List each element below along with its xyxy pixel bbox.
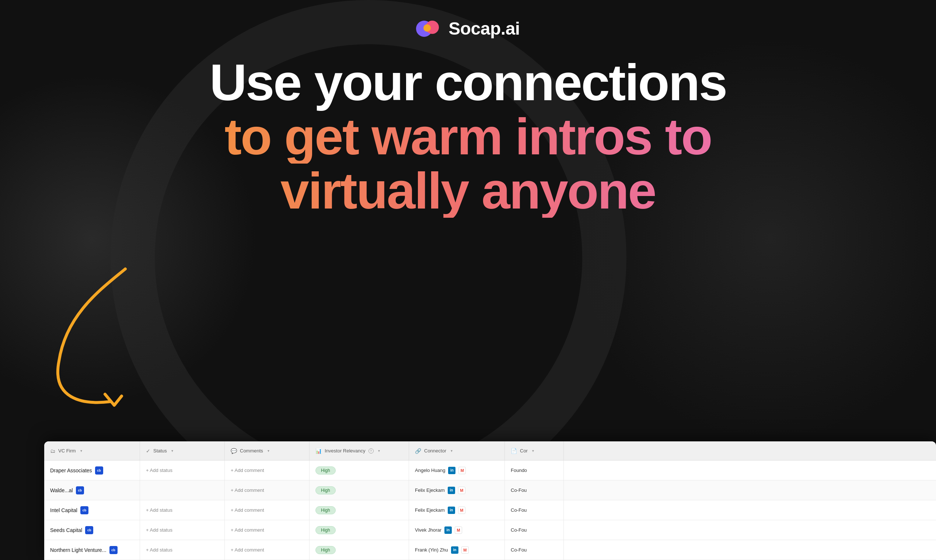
- add-comment-0[interactable]: + Add comment: [231, 468, 264, 473]
- cell-connector-0: Angelo Huang in M: [409, 460, 505, 480]
- table-row: Northern Light Venture... cb + Add statu…: [44, 540, 936, 560]
- cell-connector-3: Vivek Jhorar in M: [409, 520, 505, 540]
- cell-relevancy-4: High: [309, 540, 409, 560]
- chevron-vc-icon: ▾: [80, 449, 82, 453]
- chevron-comments-icon: ▾: [268, 449, 269, 453]
- col-label-relevancy: Investor Relevancy: [325, 448, 366, 454]
- logo-circle-orange: [423, 24, 431, 32]
- gmail-icon-4[interactable]: M: [461, 546, 469, 554]
- relevancy-badge-3: High: [316, 526, 336, 534]
- connector-name-4: Frank (Yin) Zhu: [415, 547, 448, 552]
- cb-badge-3: cb: [85, 526, 93, 534]
- comment-icon: 💬: [231, 448, 237, 454]
- table-row: Walde...al cb Interested in an Intro + A…: [44, 480, 936, 500]
- add-status-0[interactable]: + Add status: [146, 468, 172, 473]
- cell-cor-3: Co-Fou: [505, 520, 564, 540]
- hero-line3: virtually anyone: [37, 163, 899, 218]
- col-header-status[interactable]: ✓ Status ▾: [140, 442, 225, 460]
- cell-status-0[interactable]: + Add status: [140, 460, 225, 480]
- gmail-icon-1[interactable]: M: [458, 487, 465, 494]
- cell-cor-4: Co-Fou: [505, 540, 564, 560]
- chevron-connector-icon: ▾: [451, 449, 453, 453]
- cell-cor-0: Foundo: [505, 460, 564, 480]
- cell-status-3[interactable]: + Add status: [140, 520, 225, 540]
- hero-line2: to get warm intros to: [37, 109, 899, 163]
- brand-name: Socap.ai: [448, 18, 520, 39]
- folder-icon: 🗂: [50, 448, 55, 454]
- cell-vc-1: Walde...al cb: [44, 480, 140, 500]
- hero-section: Use your connections to get warm intros …: [0, 55, 936, 218]
- table-row: Seeds Capital cb + Add status + Add comm…: [44, 520, 936, 540]
- doc-icon: 📄: [511, 448, 517, 454]
- col-header-cor[interactable]: 📄 Cor ▾: [505, 442, 564, 460]
- cell-comments-4[interactable]: + Add comment: [225, 540, 309, 560]
- add-status-2[interactable]: + Add status: [146, 507, 172, 513]
- gmail-icon-3[interactable]: M: [455, 526, 462, 534]
- add-status-4[interactable]: + Add status: [146, 547, 172, 552]
- firm-name-0: Draper Associates: [50, 468, 92, 474]
- linkedin-icon-2[interactable]: in: [448, 506, 455, 514]
- col-label-status: Status: [153, 448, 167, 454]
- cell-vc-4: Northern Light Venture... cb: [44, 540, 140, 560]
- linkedin-icon-3[interactable]: in: [445, 526, 452, 534]
- arrow-container: [37, 258, 148, 424]
- connector-name-1: Felix Ejeckam: [415, 488, 445, 493]
- relevancy-badge-2: High: [316, 506, 336, 514]
- cell-vc-3: Seeds Capital cb: [44, 520, 140, 540]
- cell-connector-2: Felix Ejeckam in M: [409, 500, 505, 520]
- cell-relevancy-3: High: [309, 520, 409, 540]
- add-comment-3[interactable]: + Add comment: [231, 527, 264, 533]
- col-label-cor: Cor: [520, 448, 528, 454]
- col-label-comments: Comments: [240, 448, 263, 454]
- role-text-4: Co-Fou: [511, 547, 526, 552]
- cell-comments-2[interactable]: + Add comment: [225, 500, 309, 520]
- chevron-relevancy-icon: ▾: [378, 449, 380, 453]
- table-body: Draper Associates cb + Add status + Add …: [44, 460, 936, 560]
- cell-comments-1[interactable]: + Add comment: [225, 480, 309, 500]
- cell-status-2[interactable]: + Add status: [140, 500, 225, 520]
- gmail-icon-0[interactable]: M: [459, 467, 466, 474]
- cell-cor-1: Co-Fou: [505, 480, 564, 500]
- cell-relevancy-2: High: [309, 500, 409, 520]
- add-comment-2[interactable]: + Add comment: [231, 507, 264, 513]
- firm-name-3: Seeds Capital: [50, 527, 82, 533]
- hero-line1: Use your connections: [37, 55, 899, 109]
- cell-connector-1: Felix Ejeckam in M: [409, 480, 505, 500]
- add-comment-4[interactable]: + Add comment: [231, 547, 264, 552]
- relevancy-badge-4: High: [316, 546, 336, 554]
- col-header-comments[interactable]: 💬 Comments ▾: [225, 442, 309, 460]
- chevron-status-icon: ▾: [171, 449, 173, 453]
- cb-badge-0: cb: [95, 466, 103, 474]
- add-status-3[interactable]: + Add status: [146, 527, 172, 533]
- chart-icon: 📊: [316, 448, 322, 454]
- cell-connector-4: Frank (Yin) Zhu in M: [409, 540, 505, 560]
- firm-name-2: Intel Capital: [50, 507, 77, 513]
- linkedin-icon-0[interactable]: in: [448, 467, 456, 474]
- cell-comments-3[interactable]: + Add comment: [225, 520, 309, 540]
- cell-vc-2: Intel Capital cb: [44, 500, 140, 520]
- role-text-1: Co-Fou: [511, 488, 526, 493]
- col-label-connector: Connector: [424, 448, 446, 454]
- relevancy-badge-0: High: [316, 466, 336, 474]
- cell-status-1[interactable]: Interested in an Intro: [140, 480, 225, 500]
- role-text-2: Co-Fou: [511, 507, 526, 513]
- connector-icon: 🔗: [415, 448, 421, 454]
- table-header: 🗂 VC Firm ▾ ✓ Status ▾ 💬 Comments ▾ 📊 In…: [44, 442, 936, 460]
- cell-comments-0[interactable]: + Add comment: [225, 460, 309, 480]
- col-header-relevancy[interactable]: 📊 Investor Relevancy ? ▾: [309, 442, 409, 460]
- add-comment-1[interactable]: + Add comment: [231, 488, 264, 493]
- connector-name-2: Felix Ejeckam: [415, 507, 445, 513]
- gmail-icon-2[interactable]: M: [458, 506, 465, 514]
- firm-name-4: Northern Light Venture...: [50, 547, 106, 553]
- firm-name-1: Walde...al: [50, 488, 73, 493]
- col-label-vc-firm: VC Firm: [58, 448, 76, 454]
- logo-icon: [416, 19, 443, 38]
- linkedin-icon-1[interactable]: in: [448, 487, 455, 494]
- cell-status-4[interactable]: + Add status: [140, 540, 225, 560]
- linkedin-icon-4[interactable]: in: [451, 546, 459, 554]
- connector-name-3: Vivek Jhorar: [415, 527, 442, 533]
- col-header-connector[interactable]: 🔗 Connector ▾: [409, 442, 505, 460]
- col-header-vc-firm[interactable]: 🗂 VC Firm ▾: [44, 442, 140, 460]
- help-icon[interactable]: ?: [368, 448, 374, 454]
- chevron-cor-icon: ▾: [532, 449, 534, 453]
